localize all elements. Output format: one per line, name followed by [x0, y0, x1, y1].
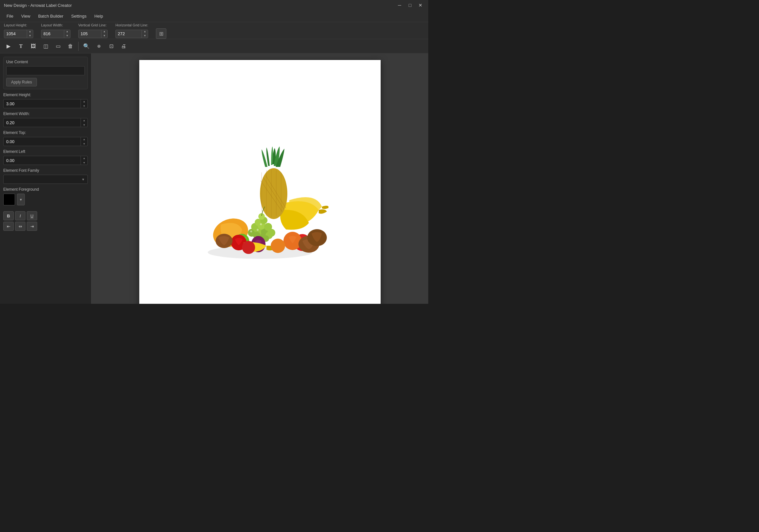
print-icon: 🖨 [121, 43, 126, 49]
barcode-tool-button[interactable]: ◫ [40, 40, 52, 52]
menu-help[interactable]: Help [90, 12, 107, 20]
maximize-button[interactable]: □ [406, 1, 414, 9]
text-icon: T [19, 43, 23, 49]
shape-tool-button[interactable]: ▭ [52, 40, 64, 52]
element-height-value: 3.00 [4, 101, 81, 106]
cursor-icon: ▶ [7, 43, 11, 49]
coconut [307, 229, 327, 246]
element-foreground-color-row: ▼ [3, 194, 88, 206]
zoom-in-button[interactable]: ⊕ [93, 40, 105, 52]
element-height-up[interactable]: ▲ [81, 99, 87, 104]
grid-toggle-button[interactable]: ⊞ [156, 28, 166, 39]
app-title: New Design - Arrowat Label Creator [4, 3, 72, 8]
element-height-stepper: ▲ ▼ [81, 99, 87, 108]
italic-button[interactable]: I [15, 211, 25, 220]
svg-point-27 [260, 223, 262, 225]
element-left-spinner: 0.00 ▲ ▼ [3, 156, 88, 165]
text-format-section: B I U ⇤ ⇔ ⇥ [3, 209, 88, 231]
chevron-down-icon: ▼ [19, 198, 22, 202]
text-tool-button[interactable]: T [15, 40, 27, 52]
foreground-color-dropdown[interactable]: ▼ [17, 194, 25, 206]
vertical-grid-up[interactable]: ▲ [101, 30, 107, 34]
element-width-down[interactable]: ▼ [81, 123, 87, 127]
toolbar-separator-1 [78, 42, 79, 51]
vertical-grid-control: Vertical Grid Line: 105 ▲ ▼ [78, 23, 108, 38]
select-tool-button[interactable]: ▶ [3, 40, 14, 52]
vertical-grid-value: 105 [79, 31, 101, 36]
layout-height-down[interactable]: ▼ [27, 34, 33, 38]
menu-settings[interactable]: Settings [67, 12, 90, 20]
menu-file[interactable]: File [3, 12, 17, 20]
orange-bottom [271, 239, 285, 253]
layout-width-down[interactable]: ▼ [64, 34, 70, 38]
font-family-dropdown-icon[interactable]: ▼ [82, 178, 85, 181]
bold-button[interactable]: B [3, 211, 14, 220]
layout-height-value: 1054 [4, 31, 27, 36]
align-right-button[interactable]: ⇥ [27, 222, 37, 231]
close-button[interactable]: ✕ [417, 1, 424, 9]
apply-rules-button[interactable]: Apply Rules [6, 78, 37, 86]
layout-height-up[interactable]: ▲ [27, 30, 33, 34]
element-font-family-label: Element Font Family [3, 168, 88, 173]
fruit-image [191, 145, 329, 262]
minimize-button[interactable]: ─ [396, 1, 404, 9]
element-left-up[interactable]: ▲ [81, 156, 87, 160]
menu-view[interactable]: View [17, 12, 34, 20]
vertical-grid-down[interactable]: ▼ [101, 34, 107, 38]
align-buttons-row: ⇤ ⇔ ⇥ [3, 222, 88, 231]
image-tool-button[interactable]: 🖼 [27, 40, 39, 52]
align-center-icon: ⇔ [19, 224, 22, 229]
element-font-family-section: Element Font Family ▼ [3, 168, 88, 184]
horizontal-grid-down[interactable]: ▼ [142, 34, 148, 38]
align-left-button[interactable]: ⇤ [3, 222, 14, 231]
element-font-family-select[interactable]: ▼ [3, 175, 88, 184]
horizontal-grid-up[interactable]: ▲ [142, 30, 148, 34]
layout-height-label: Layout Height: [4, 23, 33, 27]
layout-width-stepper: ▲ ▼ [64, 30, 70, 38]
align-left-icon: ⇤ [7, 224, 11, 229]
barcode-icon: ◫ [43, 43, 48, 49]
underline-button[interactable]: U [27, 211, 37, 220]
align-center-button[interactable]: ⇔ [15, 222, 25, 231]
element-width-value: 0.20 [4, 120, 81, 125]
layout-width-up[interactable]: ▲ [64, 30, 70, 34]
element-height-down[interactable]: ▼ [81, 104, 87, 108]
vertical-grid-spinner: 105 ▲ ▼ [78, 30, 108, 38]
tools-toolbar: ▶ T 🖼 ◫ ▭ 🗑 🔍 ⊕ ⊡ 🖨 [0, 39, 428, 54]
element-foreground-label: Element Foreground [3, 187, 88, 192]
element-top-down[interactable]: ▼ [81, 141, 87, 146]
zoom-out-button[interactable]: 🔍 [81, 40, 92, 52]
fit-icon: ⊡ [109, 43, 113, 49]
design-canvas [139, 60, 380, 304]
grid-icon: ⊞ [159, 31, 163, 37]
layout-height-stepper: ▲ ▼ [27, 30, 33, 38]
delete-tool-button[interactable]: 🗑 [64, 40, 76, 52]
element-width-spinner: 0.20 ▲ ▼ [3, 118, 88, 127]
menu-batchbuilder[interactable]: Batch Builder [34, 12, 67, 20]
kiwi-2 [216, 234, 233, 248]
horizontal-grid-spinner: 272 ▲ ▼ [115, 30, 148, 38]
format-buttons-row: B I U [3, 211, 88, 220]
menubar: File View Batch Builder Settings Help [0, 11, 428, 22]
foreground-color-swatch[interactable] [3, 194, 15, 206]
zoom-out-icon: 🔍 [83, 43, 90, 49]
element-width-section: Element Width: 0.20 ▲ ▼ [3, 111, 88, 127]
vertical-grid-label: Vertical Grid Line: [78, 23, 108, 27]
svg-point-16 [264, 223, 272, 231]
element-left-down[interactable]: ▼ [81, 160, 87, 165]
element-top-up[interactable]: ▲ [81, 137, 87, 141]
window-controls: ─ □ ✕ [396, 1, 424, 9]
element-width-up[interactable]: ▲ [81, 118, 87, 123]
titlebar: New Design - Arrowat Label Creator ─ □ ✕ [0, 0, 428, 11]
horizontal-grid-control: Horizontal Grid Line: 272 ▲ ▼ [115, 23, 148, 38]
element-top-label: Element Top: [3, 131, 88, 135]
print-button[interactable]: 🖨 [118, 40, 130, 52]
red-bottom [242, 241, 255, 254]
element-top-value: 0.00 [4, 139, 81, 144]
horizontal-grid-value: 272 [116, 31, 141, 36]
svg-point-37 [242, 241, 255, 254]
fit-button[interactable]: ⊡ [105, 40, 117, 52]
align-right-icon: ⇥ [30, 224, 34, 229]
use-content-input[interactable] [6, 66, 85, 75]
element-width-stepper: ▲ ▼ [81, 118, 87, 127]
